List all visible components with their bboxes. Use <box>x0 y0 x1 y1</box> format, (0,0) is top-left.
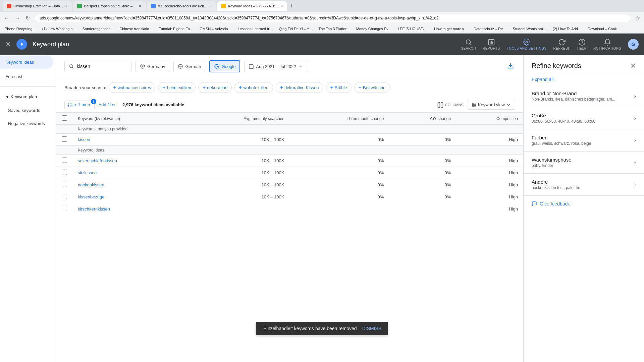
snackbar-dismiss-button[interactable]: Dismiss <box>362 326 382 331</box>
bookmark-14[interactable]: Student Wants am... <box>511 26 548 32</box>
checkbox-header[interactable] <box>56 113 72 125</box>
search-box[interactable] <box>64 61 131 72</box>
bookmark-12[interactable]: How to get more v... <box>432 26 469 32</box>
row-checkbox-0-0[interactable] <box>62 136 67 142</box>
broaden-tag-2[interactable]: + dekoration <box>198 82 232 93</box>
refine-section-sub-brand: Non-Brands, ikea, dänisches bettenlager,… <box>532 97 615 102</box>
sidebar-item-keyword-ideas[interactable]: Keyword ideas <box>0 56 53 69</box>
new-tab-button[interactable]: + <box>288 3 295 10</box>
refine-section-header-farben[interactable]: Farben grau, weiss, schwarz, rosa, beige… <box>524 129 644 151</box>
notifications-button[interactable]: NOTIFICATIONS <box>593 39 621 50</box>
row-checkbox-cell-1-4[interactable] <box>56 203 72 215</box>
row-checkbox-cell-0-0[interactable] <box>56 134 72 146</box>
row-checkbox-cell-1-2[interactable] <box>56 179 72 191</box>
broaden-tag-4[interactable]: + dekorative Kissen <box>276 82 323 93</box>
bookmark-10[interactable]: Money Changes Ev... <box>354 26 393 32</box>
tab-2[interactable]: Beispiel Dropshipping Store – ... × <box>73 1 145 11</box>
reports-button[interactable]: REPORTS <box>483 39 500 50</box>
refine-section-header-groesse[interactable]: Größe 80x80, 50x50, 40x40, 40x80, 60x60 … <box>524 107 644 129</box>
row-checkbox-1-4[interactable] <box>62 206 67 211</box>
tab-4-close[interactable]: × <box>280 3 283 9</box>
row-checkbox-1-0[interactable] <box>62 158 67 163</box>
keyword-view-button[interactable]: Keyword view <box>468 100 515 110</box>
bookmark-15[interactable]: (2) How To Add... <box>551 26 583 32</box>
tab-3[interactable]: Mit Recherche-Tools die rich... × <box>147 1 216 11</box>
reload-button[interactable]: ↻ <box>24 13 31 22</box>
row-checkbox-cell-1-0[interactable] <box>56 155 72 167</box>
download-button[interactable] <box>506 61 515 72</box>
close-button[interactable]: ✕ <box>5 40 11 48</box>
row-checkbox-1-2[interactable] <box>62 182 67 187</box>
keyword-cell-1-1[interactable]: sitzkissen <box>72 167 183 179</box>
tab-3-close[interactable]: × <box>209 3 212 9</box>
bookmark-6[interactable]: GMSN – Voivoda... <box>198 26 233 32</box>
address-input[interactable] <box>34 14 631 22</box>
tab-1-close[interactable]: × <box>65 3 68 9</box>
keyword-cell-1-2[interactable]: nackenkissen <box>72 179 183 191</box>
tab-2-close[interactable]: × <box>139 3 141 9</box>
bookmark-8[interactable]: Qing Fei De Yi – Y... <box>277 26 314 32</box>
avg-monthly-column-header[interactable]: Avg. monthly searches <box>183 113 290 125</box>
tab-4[interactable]: Keyword ideas – 279-560-18... × <box>217 1 287 11</box>
avatar[interactable]: G <box>628 39 639 50</box>
bookmark-2[interactable]: (1) How Working a... <box>40 26 78 32</box>
location-filter[interactable]: Germany <box>136 61 169 72</box>
bookmark-13[interactable]: Datenschutz – Re... <box>472 26 508 32</box>
sidebar-item-saved-keywords[interactable]: Saved keywords <box>0 105 53 116</box>
broaden-tag-0[interactable]: + wohnaccessoires <box>109 82 155 93</box>
active-filter-button[interactable]: + 1 more 1 <box>64 101 95 109</box>
yoy-column-header[interactable]: YoY change <box>389 113 456 125</box>
search-nav-button[interactable]: SEARCH <box>461 39 476 50</box>
give-feedback-button[interactable]: Give feedback <box>524 196 644 212</box>
broaden-tag-5[interactable]: + Stühle <box>326 82 352 93</box>
tab-1[interactable]: Onlineshop Erstellen – Einfa... × <box>3 1 72 11</box>
network-filter[interactable]: Google <box>209 60 240 72</box>
expand-all-button[interactable]: Expand all <box>524 74 644 85</box>
select-all-checkbox[interactable] <box>62 115 67 121</box>
bookmark-1[interactable]: Phone Recycling... <box>3 26 38 32</box>
bookmark-3[interactable]: Sonderangebot t... <box>80 26 115 32</box>
add-filter-button[interactable]: Add filter <box>99 102 116 107</box>
refine-section-header-wachstumsphase[interactable]: Wachstumsphase baby, kinder › <box>524 152 644 173</box>
yoy-cell-1-3: 0% <box>389 191 456 203</box>
row-checkbox-cell-1-1[interactable] <box>56 167 72 179</box>
competition-column-header[interactable]: Competition <box>456 113 523 125</box>
forward-button[interactable]: → <box>13 14 21 22</box>
row-checkbox-1-3[interactable] <box>62 194 67 199</box>
keyword-cell-1-0[interactable]: seitenschläferkissen <box>72 155 183 167</box>
sidebar-item-forecast[interactable]: Forecast <box>0 70 53 83</box>
keyword-column-header[interactable]: Keyword (by relevance) <box>72 113 183 125</box>
row-checkbox-cell-1-3[interactable] <box>56 191 72 203</box>
refine-sections: Brand or Non-Brand Non-Brands, ikea, dän… <box>524 85 644 196</box>
bookmark-16[interactable]: Download – Cook... <box>586 26 622 32</box>
search-input[interactable] <box>77 64 117 69</box>
bookmark-9[interactable]: The Top 3 Platfor... <box>317 26 352 32</box>
bookmark-7[interactable]: Lessons Learned fr... <box>236 26 274 32</box>
bookmark-button[interactable]: ☆ <box>634 13 641 22</box>
bookmark-11[interactable]: LEE 'S HOUSE-... <box>396 26 429 32</box>
sidebar-item-negative-keywords[interactable]: Negative keywords <box>0 118 53 129</box>
tools-settings-button[interactable]: TOOLS AND SETTINGS <box>507 39 547 50</box>
language-filter[interactable]: German <box>173 61 205 72</box>
broaden-plus-2: + <box>203 84 206 90</box>
help-button[interactable]: HELP <box>577 39 587 50</box>
keyword-cell-0-0[interactable]: kissen <box>72 134 183 146</box>
refresh-button[interactable]: REFRESH <box>553 39 571 50</box>
keyword-cell-1-3[interactable]: kissenbezüge <box>72 191 183 203</box>
three-month-column-header[interactable]: Three month change <box>289 113 389 125</box>
refine-section-header-andere[interactable]: Andere nackenkissen test, paletten › <box>524 174 644 195</box>
search-nav-label: SEARCH <box>461 47 476 50</box>
row-checkbox-1-1[interactable] <box>62 170 67 175</box>
refine-section-header-brand[interactable]: Brand or Non-Brand Non-Brands, ikea, dän… <box>524 85 644 107</box>
back-button[interactable]: ← <box>3 14 11 22</box>
bookmark-5[interactable]: Tutorial: Eigene Fa... <box>157 26 195 32</box>
close-panel-button[interactable]: ✕ <box>630 62 636 70</box>
bookmark-4[interactable]: Chinese translatio... <box>117 26 154 32</box>
refine-section-sub-farben: grau, weiss, schwarz, rosa, beige <box>532 141 591 146</box>
columns-button[interactable]: COLUMNS <box>437 102 464 108</box>
broaden-tag-3[interactable]: + wohntextilien <box>234 82 273 93</box>
keyword-cell-1-4[interactable]: kirschkernkissen <box>72 203 183 215</box>
broaden-tag-6[interactable]: + Bettwäsche <box>354 82 390 93</box>
broaden-tag-1[interactable]: + heimtextilien <box>158 82 196 93</box>
date-filter[interactable]: Aug 2021 – Jul 2022 <box>244 61 307 72</box>
